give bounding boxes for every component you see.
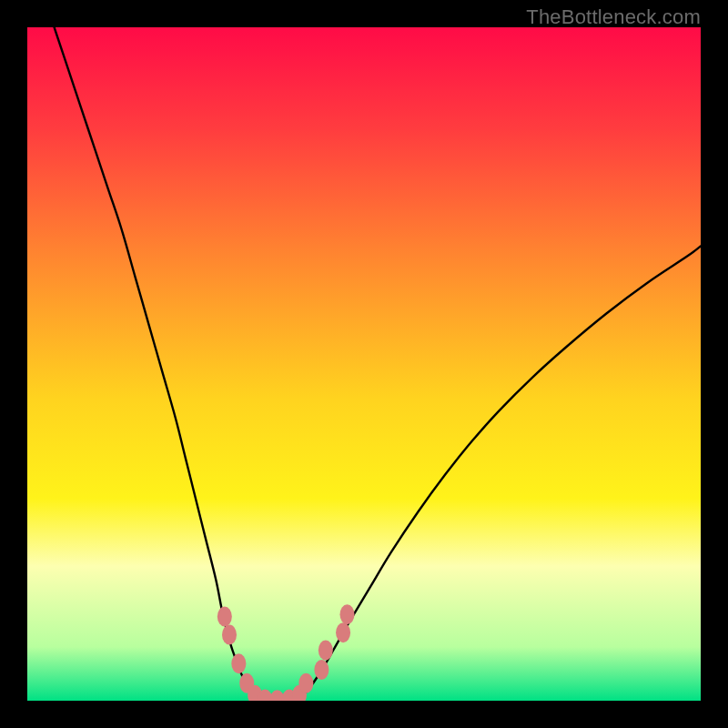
marker-m1: [217, 607, 232, 627]
chart-frame: TheBottleneck.com: [0, 0, 728, 728]
marker-m3: [231, 653, 246, 673]
marker-m10: [298, 673, 313, 693]
plot-area: [27, 27, 701, 701]
chart-background: [27, 27, 701, 701]
chart-svg: [27, 27, 701, 701]
watermark-text: TheBottleneck.com: [526, 5, 701, 29]
marker-m12: [318, 641, 333, 661]
marker-m11: [314, 660, 329, 680]
marker-m2: [222, 624, 237, 644]
marker-m14: [340, 604, 355, 624]
marker-m13: [336, 622, 350, 642]
